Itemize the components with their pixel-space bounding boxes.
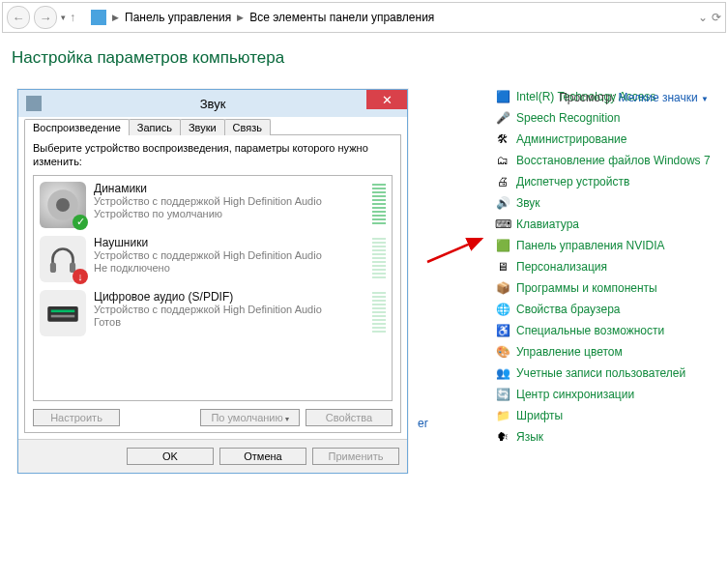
cp-item-icon: 🛠 bbox=[495, 131, 510, 147]
cp-item-link[interactable]: Язык bbox=[516, 430, 543, 444]
cp-item-link[interactable]: Speech Recognition bbox=[516, 111, 620, 125]
nav-dropdown-icon[interactable]: ▾ bbox=[61, 13, 66, 22]
nav-forward-button[interactable]: → bbox=[34, 6, 57, 29]
tab-panel: Выберите устройство воспроизведения, пар… bbox=[24, 134, 401, 433]
level-meter bbox=[372, 184, 386, 224]
device-row[interactable]: Цифровое аудио (S/PDIF) Устройство с под… bbox=[36, 286, 390, 340]
refresh-icon[interactable]: ⟳ bbox=[712, 11, 721, 24]
cp-item[interactable]: 🎤Speech Recognition bbox=[495, 110, 716, 126]
cp-item[interactable]: 🎨Управление цветом bbox=[495, 344, 716, 360]
cp-item-icon: 🖥 bbox=[495, 259, 510, 275]
cp-item[interactable]: 🖥Персонализация bbox=[495, 259, 716, 275]
cp-item[interactable]: 🖨Диспетчер устройств bbox=[495, 174, 716, 189]
nav-back-button[interactable]: ← bbox=[7, 6, 30, 29]
cp-item-link[interactable]: Свойства браузера bbox=[516, 303, 621, 316]
cp-item-icon: 🖨 bbox=[495, 174, 510, 189]
breadcrumb[interactable]: ▶ Панель управления ▶ Все элементы панел… bbox=[91, 10, 694, 25]
cp-item-link[interactable]: Программы и компоненты bbox=[516, 281, 657, 295]
nav-up-button[interactable]: ↑ bbox=[70, 11, 75, 24]
history-dropdown-icon[interactable]: ⌄ bbox=[698, 11, 708, 24]
tab-playback[interactable]: Воспроизведение bbox=[24, 119, 130, 135]
cp-item-link[interactable]: Диспетчер устройств bbox=[516, 175, 629, 188]
tab-recording[interactable]: Запись bbox=[129, 119, 181, 135]
cancel-button[interactable]: Отмена bbox=[219, 448, 306, 465]
cp-item[interactable]: 🔊Звук bbox=[495, 195, 716, 211]
close-button[interactable]: ✕ bbox=[366, 90, 407, 109]
cp-item[interactable]: 🌐Свойства браузера bbox=[495, 302, 716, 317]
cp-item-icon: 🌐 bbox=[495, 302, 510, 317]
view-value[interactable]: Мелкие значки bbox=[619, 91, 698, 104]
cp-item[interactable]: ♿Специальные возможности bbox=[495, 323, 716, 338]
device-list[interactable]: ✓ Динамики Устройство с поддержкой High … bbox=[33, 175, 393, 401]
apply-button[interactable]: Применить bbox=[312, 448, 399, 465]
cp-item-link[interactable]: Клавиатура bbox=[516, 218, 579, 231]
cp-item-icon: 🗂 bbox=[495, 153, 510, 168]
view-selector[interactable]: Просмотр: Мелкие значки ▼ bbox=[559, 91, 709, 104]
cp-item-link[interactable]: Шрифты bbox=[516, 409, 563, 422]
svg-rect-4 bbox=[47, 306, 78, 322]
cp-item-icon: ⌨ bbox=[495, 217, 510, 232]
cp-item-icon: 🟦 bbox=[495, 89, 510, 104]
device-row[interactable]: ✓ Динамики Устройство с поддержкой High … bbox=[36, 178, 390, 232]
cp-item-link[interactable]: Центр синхронизации bbox=[516, 388, 634, 401]
cp-item[interactable]: 📦Программы и компоненты bbox=[495, 280, 716, 296]
speaker-icon: ✓ bbox=[40, 182, 86, 228]
cp-item[interactable]: 🛠Администрирование bbox=[495, 131, 716, 147]
device-status: Готов bbox=[94, 316, 364, 329]
cp-item-icon: 📦 bbox=[495, 280, 510, 296]
dialog-title: Звук bbox=[200, 97, 226, 111]
view-label: Просмотр: bbox=[559, 91, 615, 104]
control-panel-items: 🟦Intel(R) Technology Access🎤Speech Recog… bbox=[495, 89, 716, 474]
device-row[interactable]: ↓ Наушники Устройство с поддержкой High … bbox=[36, 232, 390, 286]
set-default-button[interactable]: По умолчанию bbox=[200, 409, 300, 426]
cp-item[interactable]: ⌨Клавиатура bbox=[495, 217, 716, 232]
device-name: Динамики bbox=[94, 182, 364, 195]
status-ok-icon: ✓ bbox=[73, 215, 88, 230]
dialog-footer: OK Отмена Применить bbox=[18, 439, 407, 473]
cp-item-link[interactable]: Администрирование bbox=[516, 132, 626, 146]
properties-button[interactable]: Свойства bbox=[306, 409, 393, 426]
cp-item-link[interactable]: Управление цветом bbox=[516, 345, 623, 359]
cp-item-icon: 👥 bbox=[495, 365, 510, 381]
cp-item-link[interactable]: Восстановление файлов Windows 7 bbox=[516, 154, 711, 167]
cp-item-icon: 🔊 bbox=[495, 195, 510, 211]
cp-item-icon: ♿ bbox=[495, 323, 510, 338]
device-desc: Устройство с поддержкой High Definition … bbox=[94, 195, 364, 208]
breadcrumb-segment[interactable]: Все элементы панели управления bbox=[249, 11, 434, 24]
dialog-titlebar[interactable]: Звук ✕ bbox=[18, 90, 407, 117]
cp-item[interactable]: 👥Учетные записи пользователей bbox=[495, 365, 716, 381]
cp-item-icon: 🎤 bbox=[495, 110, 510, 126]
tab-strip: Воспроизведение Запись Звуки Связь bbox=[24, 119, 401, 135]
cp-item-link[interactable]: Учетные записи пользователей bbox=[516, 366, 685, 380]
device-name: Цифровое аудио (S/PDIF) bbox=[94, 290, 364, 304]
cp-item-link[interactable]: Панель управления NVIDIA bbox=[516, 239, 665, 252]
svg-rect-6 bbox=[51, 314, 75, 317]
ok-button[interactable]: OK bbox=[127, 448, 214, 465]
cp-item-link[interactable]: Специальные возможности bbox=[516, 324, 664, 337]
breadcrumb-segment[interactable]: Панель управления bbox=[125, 11, 231, 24]
level-meter bbox=[372, 292, 386, 333]
tab-communications[interactable]: Связь bbox=[224, 119, 271, 135]
svg-rect-5 bbox=[51, 309, 75, 312]
sound-dialog: Звук ✕ Воспроизведение Запись Звуки Связ… bbox=[17, 89, 408, 474]
cp-item[interactable]: 🗂Восстановление файлов Windows 7 bbox=[495, 153, 716, 168]
cp-item[interactable]: 🔄Центр синхронизации bbox=[495, 387, 716, 402]
cp-item-link[interactable]: Звук bbox=[516, 196, 540, 210]
cp-item[interactable]: 📁Шрифты bbox=[495, 408, 716, 423]
level-meter bbox=[372, 238, 386, 278]
device-name: Наушники bbox=[94, 236, 364, 249]
instruction-text: Выберите устройство воспроизведения, пар… bbox=[33, 141, 393, 169]
cp-item[interactable]: 🗣Язык bbox=[495, 429, 716, 445]
cp-item-icon: 📁 bbox=[495, 408, 510, 423]
cp-item-icon: 🗣 bbox=[495, 429, 510, 445]
cp-item[interactable]: 🟩Панель управления NVIDIA bbox=[495, 238, 716, 253]
device-desc: Устройство с поддержкой High Definition … bbox=[94, 249, 364, 262]
svg-point-1 bbox=[56, 198, 70, 212]
close-icon: ✕ bbox=[382, 93, 393, 107]
cp-item-link[interactable]: Персонализация bbox=[516, 260, 607, 274]
cp-item-icon: 🔄 bbox=[495, 387, 510, 402]
svg-rect-2 bbox=[50, 262, 56, 273]
cp-item-icon: 🎨 bbox=[495, 344, 510, 360]
configure-button[interactable]: Настроить bbox=[33, 409, 120, 426]
tab-sounds[interactable]: Звуки bbox=[180, 119, 225, 135]
